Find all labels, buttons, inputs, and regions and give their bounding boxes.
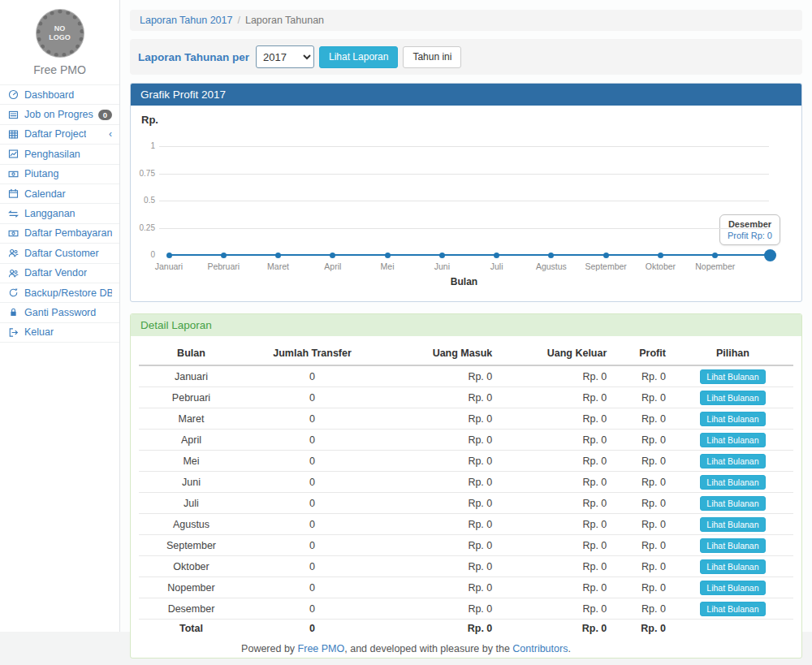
table-cell: Mei [139,451,244,472]
sidebar-item-label: Daftar Pembayaran [24,227,112,239]
lihat-laporan-button[interactable]: Lihat Laporan [319,46,398,68]
table-cell-action: Lihat Bulanan [672,408,793,430]
table-cell: Rp. 0 [381,535,499,556]
table-cell: Desember [139,598,244,620]
chart-point[interactable] [494,253,499,258]
lihat-bulanan-button[interactable]: Lihat Bulanan [700,517,765,532]
lihat-bulanan-button[interactable]: Lihat Bulanan [700,496,765,511]
sidebar-item-dashboard[interactable]: Dashboard [0,85,119,105]
lihat-bulanan-button[interactable]: Lihat Bulanan [700,454,765,469]
lihat-bulanan-button[interactable]: Lihat Bulanan [700,475,765,490]
lihat-bulanan-button[interactable]: Lihat Bulanan [700,412,765,426]
chevron-left-icon: ‹ [109,128,112,140]
sidebar-item-calendar[interactable]: Calendar [0,184,119,204]
app-window: NOLOGO Free PMO DashboardJob on Progress… [0,0,812,632]
chart-y-tick: 0.5 [131,196,155,205]
column-header: Uang Keluar [499,343,613,365]
sidebar-item-backup-restore-db[interactable]: Backup/Restore DB [0,283,119,303]
lihat-bulanan-button[interactable]: Lihat Bulanan [700,369,765,384]
table-row: Juli0Rp. 0Rp. 0Rp. 0Lihat Bulanan [139,493,793,514]
table-cell: Rp. 0 [499,535,613,556]
sidebar-item-penghasilan[interactable]: Penghasilan [0,145,119,164]
table-cell-action: Lihat Bulanan [672,451,793,472]
chart-point-active[interactable] [764,249,776,261]
chart-point[interactable] [275,253,281,258]
chart-y-axis-title: Rp. [141,114,158,126]
chart-point[interactable] [712,253,718,258]
sidebar-item-ganti-password[interactable]: Ganti Password [0,303,119,322]
table-row: Agustus0Rp. 0Rp. 0Rp. 0Lihat Bulanan [139,514,793,535]
table-row: April0Rp. 0Rp. 0Rp. 0Lihat Bulanan [139,430,793,451]
chart-series-line [169,254,770,256]
money-icon [7,227,19,239]
year-select[interactable]: 2017 [256,45,314,68]
chart-point[interactable] [658,253,663,258]
table-cell: Rp. 0 [381,598,499,620]
sidebar-item-daftar-customer[interactable]: Daftar Customer [0,244,119,263]
table-cell: Rp. 0 [613,430,672,451]
sidebar-item-piutang[interactable]: Piutang [0,165,119,184]
table-cell: Rp. 0 [381,365,499,387]
table-cell-action: Lihat Bulanan [672,514,793,535]
table-cell: Rp. 0 [613,535,672,556]
free-pmo-link[interactable]: Free PMO [298,643,345,654]
table-cell: April [139,430,244,451]
table-cell: Rp. 0 [499,514,613,535]
table-cell: Oktober [139,556,244,577]
table-cell: Rp. 0 [613,365,672,387]
table-cell-action: Lihat Bulanan [672,598,793,620]
sidebar-item-keluar[interactable]: Keluar [0,323,119,343]
table-cell-action: Lihat Bulanan [672,365,793,387]
table-cell: Rp. 0 [381,556,499,577]
users-icon [7,248,19,259]
lihat-bulanan-button[interactable]: Lihat Bulanan [700,538,765,553]
sidebar-item-label: Calendar [24,188,66,200]
table-cell: 0 [244,387,381,408]
table-cell: Rp. 0 [499,365,613,387]
chart-x-tick: Nopember [683,261,748,271]
chart-point[interactable] [385,253,391,258]
sidebar-item-job-on-progress[interactable]: Job on Progress0 [0,105,119,124]
breadcrumb-current: Laporan Tahunan [245,15,324,26]
chart-x-axis-title: Bulan [159,276,769,287]
chart-point[interactable] [439,253,445,258]
lihat-bulanan-button[interactable]: Lihat Bulanan [700,602,765,616]
chart-point[interactable] [221,253,227,258]
lihat-bulanan-button[interactable]: Lihat Bulanan [700,581,765,595]
chart-y-tick: 1 [131,141,155,151]
sidebar-item-label: Ganti Password [24,307,96,318]
table-row: Maret0Rp. 0Rp. 0Rp. 0Lihat Bulanan [139,408,793,430]
report-filter-bar: Laporan Tahunan per 2017 Lihat Laporan T… [130,39,802,75]
detail-report-panel: Detail Laporan BulanJumlah TransferUang … [130,313,802,659]
lihat-bulanan-button[interactable]: Lihat Bulanan [700,391,765,405]
filter-label: Laporan Tahunan per [138,51,249,63]
table-cell: 0 [244,556,381,577]
table-cell: 0 [244,365,381,387]
chart-point[interactable] [330,253,335,258]
sidebar-item-label: Penghasilan [24,149,80,160]
chart-gridline [159,146,769,147]
lihat-bulanan-button[interactable]: Lihat Bulanan [700,559,765,574]
table-cell: Rp. 0 [613,514,672,535]
chart-point[interactable] [166,253,172,258]
exchange-icon [7,208,19,219]
sidebar-item-daftar-vendor[interactable]: Daftar Vendor [0,264,119,283]
breadcrumb-link-year[interactable]: Laporan Tahun 2017 [140,15,232,26]
sidebar-item-daftar-project[interactable]: Daftar Project‹ [0,125,119,145]
sidebar-item-daftar-pembayaran[interactable]: Daftar Pembayaran [0,224,119,244]
tahun-ini-button[interactable]: Tahun ini [403,46,461,68]
sidebar-menu: DashboardJob on Progress0Daftar Project‹… [0,84,119,343]
table-cell: Rp. 0 [613,556,672,577]
chart-point[interactable] [603,253,609,258]
table-row: September0Rp. 0Rp. 0Rp. 0Lihat Bulanan [139,535,793,556]
lihat-bulanan-button[interactable]: Lihat Bulanan [700,433,765,447]
footer-text: . [568,643,570,654]
users-icon [7,267,19,279]
chart-point[interactable] [548,253,554,258]
table-cell: Agustus [139,514,244,535]
table-cell: Nopember [139,577,244,598]
contributors-link[interactable]: Contributors [512,643,568,654]
sidebar-item-langganan[interactable]: Langganan [0,204,119,223]
table-cell: Rp. 0 [613,577,672,598]
column-header: Profit [613,343,672,365]
